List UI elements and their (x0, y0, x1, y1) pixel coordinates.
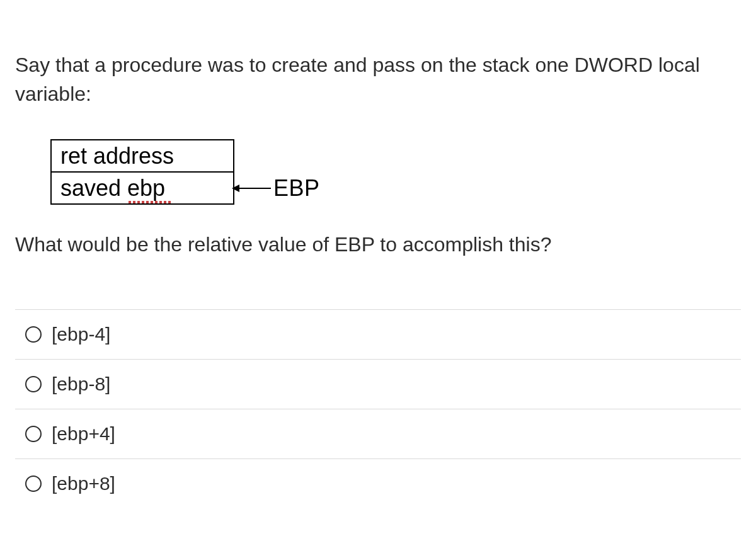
question-followup: What would be the relative value of EBP … (15, 230, 741, 259)
option-label: [ebp+4] (52, 423, 115, 445)
option-ebp-minus-8[interactable]: [ebp-8] (15, 360, 741, 409)
option-label: [ebp+8] (52, 473, 115, 494)
radio-icon (25, 376, 42, 392)
ebp-pointer: EBP (234, 173, 320, 204)
radio-icon (25, 426, 42, 442)
stack-cell-ret-address: ret address (51, 140, 234, 172)
options-list: [ebp-4] [ebp-8] [ebp+4] [ebp+8] (15, 309, 741, 508)
option-ebp-plus-8[interactable]: [ebp+8] (15, 459, 741, 508)
saved-ebp-text: saved ebp (60, 175, 165, 201)
option-label: [ebp-4] (52, 324, 110, 345)
arrow-left-icon (233, 188, 271, 189)
option-label: [ebp-8] (52, 373, 110, 395)
stack-diagram: ret address saved ebp EBP (50, 139, 741, 205)
option-ebp-minus-4[interactable]: [ebp-4] (15, 310, 741, 360)
option-ebp-plus-4[interactable]: [ebp+4] (15, 409, 741, 459)
stack-table: ret address saved ebp (50, 139, 234, 205)
stack-cell-saved-ebp: saved ebp (51, 172, 234, 204)
ebp-label: EBP (273, 175, 320, 202)
question-intro: Say that a procedure was to create and p… (15, 50, 741, 109)
radio-icon (25, 475, 42, 492)
radio-icon (25, 326, 42, 343)
